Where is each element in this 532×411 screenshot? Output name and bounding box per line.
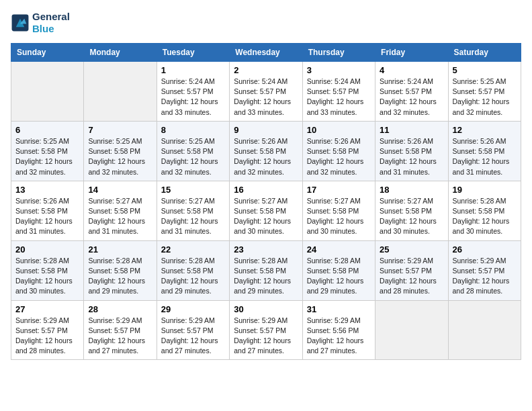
day-number: 22 (161, 244, 225, 255)
calendar-cell: 15Sunrise: 5:27 AMSunset: 5:58 PMDayligh… (157, 181, 229, 240)
day-number: 27 (15, 304, 79, 314)
day-info: Sunrise: 5:27 AMSunset: 5:58 PMDaylight:… (161, 196, 225, 237)
logo-text: General Blue (32, 11, 70, 35)
day-info: Sunrise: 5:26 AMSunset: 5:58 PMDaylight:… (15, 196, 79, 237)
day-info: Sunrise: 5:25 AMSunset: 5:58 PMDaylight:… (15, 136, 79, 177)
day-info: Sunrise: 5:29 AMSunset: 5:57 PMDaylight:… (161, 316, 225, 357)
calendar-cell: 3Sunrise: 5:24 AMSunset: 5:57 PMDaylight… (302, 62, 375, 122)
day-info: Sunrise: 5:28 AMSunset: 5:58 PMDaylight:… (161, 256, 225, 297)
day-number: 20 (15, 244, 79, 255)
day-number: 29 (161, 304, 225, 314)
day-info: Sunrise: 5:26 AMSunset: 5:58 PMDaylight:… (453, 136, 517, 177)
day-info: Sunrise: 5:26 AMSunset: 5:58 PMDaylight:… (307, 136, 371, 177)
calendar-cell: 18Sunrise: 5:27 AMSunset: 5:58 PMDayligh… (375, 181, 448, 240)
page-header: General Blue (11, 11, 521, 35)
calendar-cell: 14Sunrise: 5:27 AMSunset: 5:58 PMDayligh… (84, 181, 157, 240)
day-info: Sunrise: 5:28 AMSunset: 5:58 PMDaylight:… (234, 256, 298, 297)
day-number: 24 (307, 244, 371, 255)
day-number: 12 (453, 125, 517, 135)
calendar-cell: 19Sunrise: 5:28 AMSunset: 5:58 PMDayligh… (448, 181, 521, 240)
calendar-body: 1Sunrise: 5:24 AMSunset: 5:57 PMDaylight… (11, 62, 521, 360)
calendar-cell: 26Sunrise: 5:29 AMSunset: 5:57 PMDayligh… (448, 240, 521, 300)
day-info: Sunrise: 5:26 AMSunset: 5:58 PMDaylight:… (380, 136, 443, 177)
day-number: 28 (88, 304, 152, 314)
day-number: 13 (15, 185, 79, 195)
calendar-cell: 13Sunrise: 5:26 AMSunset: 5:58 PMDayligh… (11, 181, 84, 240)
calendar-week-row: 27Sunrise: 5:29 AMSunset: 5:57 PMDayligh… (11, 300, 521, 360)
day-info: Sunrise: 5:26 AMSunset: 5:58 PMDaylight:… (234, 136, 298, 177)
calendar-cell: 23Sunrise: 5:28 AMSunset: 5:58 PMDayligh… (230, 240, 302, 300)
day-info: Sunrise: 5:28 AMSunset: 5:58 PMDaylight:… (15, 256, 79, 297)
day-info: Sunrise: 5:24 AMSunset: 5:57 PMDaylight:… (234, 77, 298, 118)
weekday-header: Wednesday (230, 44, 302, 62)
day-number: 11 (380, 125, 443, 135)
logo: General Blue (11, 11, 70, 35)
calendar-header: SundayMondayTuesdayWednesdayThursdayFrid… (11, 44, 521, 62)
day-number: 17 (307, 185, 371, 195)
day-number: 16 (234, 185, 298, 195)
calendar-cell: 31Sunrise: 5:29 AMSunset: 5:56 PMDayligh… (302, 300, 375, 360)
calendar-cell: 1Sunrise: 5:24 AMSunset: 5:57 PMDaylight… (157, 62, 229, 122)
calendar-cell: 29Sunrise: 5:29 AMSunset: 5:57 PMDayligh… (157, 300, 229, 360)
day-info: Sunrise: 5:25 AMSunset: 5:58 PMDaylight:… (161, 136, 225, 177)
calendar-week-row: 6Sunrise: 5:25 AMSunset: 5:58 PMDaylight… (11, 121, 521, 181)
day-number: 9 (234, 125, 298, 135)
calendar-cell: 10Sunrise: 5:26 AMSunset: 5:58 PMDayligh… (302, 121, 375, 181)
day-number: 7 (88, 125, 152, 135)
day-number: 23 (234, 244, 298, 255)
calendar-cell: 4Sunrise: 5:24 AMSunset: 5:57 PMDaylight… (375, 62, 448, 122)
calendar-cell: 24Sunrise: 5:28 AMSunset: 5:58 PMDayligh… (302, 240, 375, 300)
calendar-week-row: 13Sunrise: 5:26 AMSunset: 5:58 PMDayligh… (11, 181, 521, 240)
calendar-cell: 28Sunrise: 5:29 AMSunset: 5:57 PMDayligh… (84, 300, 157, 360)
calendar-table: SundayMondayTuesdayWednesdayThursdayFrid… (11, 43, 521, 360)
calendar-cell: 12Sunrise: 5:26 AMSunset: 5:58 PMDayligh… (448, 121, 521, 181)
day-number: 18 (380, 185, 443, 195)
calendar-cell: 7Sunrise: 5:25 AMSunset: 5:58 PMDaylight… (84, 121, 157, 181)
day-info: Sunrise: 5:29 AMSunset: 5:57 PMDaylight:… (380, 256, 443, 297)
weekday-header: Friday (375, 44, 448, 62)
day-number: 4 (380, 65, 443, 75)
day-info: Sunrise: 5:25 AMSunset: 5:58 PMDaylight:… (88, 136, 152, 177)
day-number: 3 (307, 65, 371, 75)
day-info: Sunrise: 5:28 AMSunset: 5:58 PMDaylight:… (453, 196, 517, 237)
day-number: 6 (15, 125, 79, 135)
day-number: 26 (453, 244, 517, 255)
calendar-cell: 8Sunrise: 5:25 AMSunset: 5:58 PMDaylight… (157, 121, 229, 181)
day-number: 25 (380, 244, 443, 255)
day-info: Sunrise: 5:29 AMSunset: 5:57 PMDaylight:… (15, 316, 79, 357)
calendar-cell (375, 300, 448, 360)
calendar-week-row: 20Sunrise: 5:28 AMSunset: 5:58 PMDayligh… (11, 240, 521, 300)
calendar-cell (11, 62, 84, 122)
calendar-cell (448, 300, 521, 360)
day-info: Sunrise: 5:27 AMSunset: 5:58 PMDaylight:… (88, 196, 152, 237)
calendar-cell: 2Sunrise: 5:24 AMSunset: 5:57 PMDaylight… (230, 62, 302, 122)
day-number: 14 (88, 185, 152, 195)
day-info: Sunrise: 5:29 AMSunset: 5:57 PMDaylight:… (234, 316, 298, 357)
day-number: 1 (161, 65, 225, 75)
weekday-header: Saturday (448, 44, 521, 62)
weekday-header: Tuesday (157, 44, 229, 62)
day-info: Sunrise: 5:29 AMSunset: 5:57 PMDaylight:… (88, 316, 152, 357)
logo-icon (11, 13, 30, 32)
day-number: 2 (234, 65, 298, 75)
day-info: Sunrise: 5:27 AMSunset: 5:58 PMDaylight:… (307, 196, 371, 237)
day-info: Sunrise: 5:25 AMSunset: 5:57 PMDaylight:… (453, 77, 517, 118)
calendar-cell: 17Sunrise: 5:27 AMSunset: 5:58 PMDayligh… (302, 181, 375, 240)
calendar-cell: 30Sunrise: 5:29 AMSunset: 5:57 PMDayligh… (230, 300, 302, 360)
calendar-cell: 20Sunrise: 5:28 AMSunset: 5:58 PMDayligh… (11, 240, 84, 300)
day-number: 19 (453, 185, 517, 195)
day-info: Sunrise: 5:28 AMSunset: 5:58 PMDaylight:… (307, 256, 371, 297)
calendar-week-row: 1Sunrise: 5:24 AMSunset: 5:57 PMDaylight… (11, 62, 521, 122)
day-info: Sunrise: 5:28 AMSunset: 5:58 PMDaylight:… (88, 256, 152, 297)
calendar-cell: 11Sunrise: 5:26 AMSunset: 5:58 PMDayligh… (375, 121, 448, 181)
day-info: Sunrise: 5:29 AMSunset: 5:56 PMDaylight:… (307, 316, 371, 357)
day-number: 31 (307, 304, 371, 314)
calendar-cell: 25Sunrise: 5:29 AMSunset: 5:57 PMDayligh… (375, 240, 448, 300)
calendar-cell: 22Sunrise: 5:28 AMSunset: 5:58 PMDayligh… (157, 240, 229, 300)
day-number: 30 (234, 304, 298, 314)
calendar-cell: 16Sunrise: 5:27 AMSunset: 5:58 PMDayligh… (230, 181, 302, 240)
calendar-cell: 21Sunrise: 5:28 AMSunset: 5:58 PMDayligh… (84, 240, 157, 300)
day-info: Sunrise: 5:24 AMSunset: 5:57 PMDaylight:… (380, 77, 443, 118)
day-number: 5 (453, 65, 517, 75)
day-info: Sunrise: 5:29 AMSunset: 5:57 PMDaylight:… (453, 256, 517, 297)
